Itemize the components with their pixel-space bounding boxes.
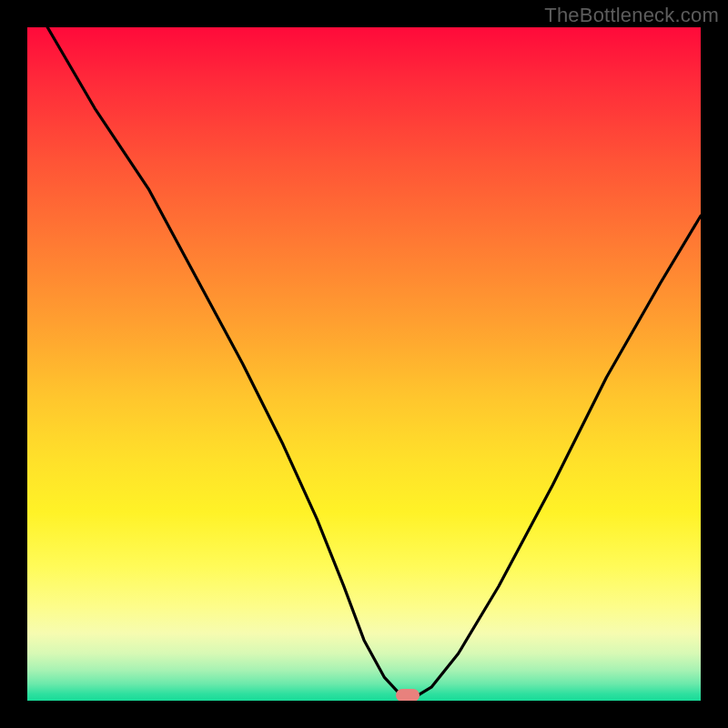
chart-frame: TheBottleneck.com [0, 0, 728, 728]
curve-path [47, 27, 701, 695]
bottleneck-curve [27, 27, 701, 701]
optimal-point-marker [396, 689, 420, 701]
plot-area [27, 27, 701, 701]
watermark-text: TheBottleneck.com [544, 4, 719, 27]
